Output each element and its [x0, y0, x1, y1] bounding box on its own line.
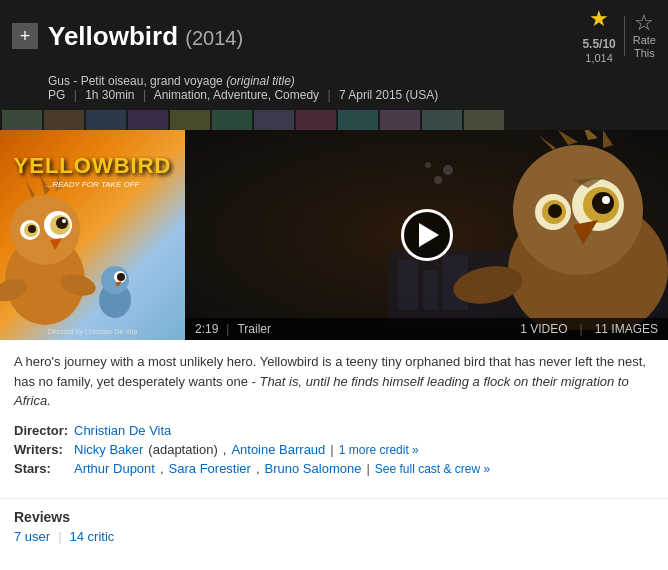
user-reviews-link[interactable]: 7 user	[14, 529, 50, 544]
svg-marker-27	[583, 130, 598, 140]
cast-thumb-5[interactable]	[170, 110, 210, 130]
rating-count: 1,014	[585, 52, 613, 64]
svg-marker-26	[558, 130, 578, 145]
svg-rect-21	[398, 260, 418, 310]
poster-director: Directed by Christian De Vita	[0, 328, 185, 335]
cast-thumb-12[interactable]	[464, 110, 504, 130]
reviews-title: Reviews	[14, 509, 654, 525]
writer1-role: (adaptation)	[148, 442, 217, 457]
play-icon	[419, 223, 439, 247]
cast-thumb-2[interactable]	[44, 110, 84, 130]
divider	[624, 16, 625, 56]
writers-label: Writers:	[14, 442, 69, 457]
credits-section: Director: Christian De Vita Writers: Nic…	[14, 423, 654, 476]
video-bar-left: 2:19 | Trailer	[195, 322, 271, 336]
director-row: Director: Christian De Vita	[14, 423, 654, 438]
rate-this-button[interactable]: ☆ RateThis	[633, 12, 656, 60]
cast-thumb-10[interactable]	[380, 110, 420, 130]
svg-point-41	[434, 176, 442, 184]
movie-header: + Yellowbird (2014) ★ 5.5/10 1,014 ☆ Rat…	[0, 0, 668, 72]
original-title-suffix: (original title)	[226, 74, 295, 88]
svg-rect-22	[423, 270, 438, 310]
sep3: |	[327, 88, 330, 102]
stars-sep: |	[366, 461, 369, 476]
bar-separator: |	[580, 322, 583, 336]
video-count[interactable]: 1 VIDEO	[520, 322, 567, 336]
cast-thumb-3[interactable]	[86, 110, 126, 130]
rate-star-icon: ☆	[634, 12, 654, 34]
director-link[interactable]: Christian De Vita	[74, 423, 171, 438]
director-label: Director:	[14, 423, 69, 438]
star1-link[interactable]: Arthur Dupont	[74, 461, 155, 476]
video-duration: 2:19	[195, 322, 218, 336]
svg-point-4	[56, 217, 68, 229]
star-icon: ★	[589, 8, 609, 30]
sep2: |	[143, 88, 146, 102]
star2-link[interactable]: Sara Forestier	[169, 461, 251, 476]
video-player[interactable]: 2:19 | Trailer 1 VIDEO | 11 IMAGES	[185, 130, 668, 340]
cred-sep: |	[330, 442, 333, 457]
movie-year: (2014)	[185, 27, 243, 49]
title-block: Yellowbird (2014)	[48, 22, 572, 51]
main-content: A hero's journey with a most unlikely he…	[0, 340, 668, 499]
svg-marker-28	[538, 135, 556, 150]
svg-point-18	[117, 273, 125, 281]
cast-thumb-6[interactable]	[212, 110, 252, 130]
critic-reviews-link[interactable]: 14 critic	[70, 529, 115, 544]
rating-block: ★ 5.5/10 1,014 ☆ RateThis	[582, 8, 656, 64]
duration: 1h 30min	[85, 88, 134, 102]
cast-strip-inner	[0, 110, 506, 130]
synopsis: A hero's journey with a most unlikely he…	[14, 352, 654, 411]
poster-background: YELLOWBIRD ...READY FOR TAKE OFF Directe…	[0, 130, 185, 340]
video-play-button[interactable]	[401, 209, 453, 261]
cast-strip	[0, 110, 668, 130]
small-bird-svg	[90, 255, 140, 325]
cast-thumb-9[interactable]	[338, 110, 378, 130]
video-info-bar: 2:19 | Trailer 1 VIDEO | 11 IMAGES	[185, 318, 668, 340]
cast-thumb-4[interactable]	[128, 110, 168, 130]
video-type: Trailer	[237, 322, 271, 336]
video-background	[185, 130, 668, 340]
reviews-separator: |	[58, 529, 61, 544]
subtitle-row: Gus - Petit oiseau, grand voyage (origin…	[0, 72, 668, 110]
rating-value: 5.5	[582, 37, 599, 51]
rating-scale: /10	[599, 37, 616, 51]
add-to-list-button[interactable]: +	[12, 23, 38, 49]
movie-poster[interactable]: YELLOWBIRD ...READY FOR TAKE OFF Directe…	[0, 130, 185, 340]
title-text: Yellowbird	[48, 21, 178, 51]
cast-thumb-11[interactable]	[422, 110, 462, 130]
svg-point-40	[443, 165, 453, 175]
cast-thumb-7[interactable]	[254, 110, 294, 130]
writer2-link[interactable]: Antoine Barraud	[231, 442, 325, 457]
rating-number: 5.5/10	[582, 31, 615, 51]
sep1: |	[74, 88, 77, 102]
genres: Animation, Adventure, Comedy	[154, 88, 319, 102]
rating-cert: PG	[48, 88, 65, 102]
see-full-cast-link[interactable]: See full cast & crew »	[375, 462, 490, 476]
more-credits-link[interactable]: 1 more credit »	[339, 443, 419, 457]
svg-point-38	[548, 204, 562, 218]
star3-link[interactable]: Bruno Salomone	[265, 461, 362, 476]
stars-row: Stars: Arthur Dupont, Sara Forestier, Br…	[14, 461, 654, 476]
reviews-links: 7 user | 14 critic	[14, 529, 654, 544]
writer1-link[interactable]: Nicky Baker	[74, 442, 143, 457]
svg-point-5	[62, 219, 66, 223]
star-rating: ★ 5.5/10 1,014	[582, 8, 615, 64]
release-date: 7 April 2015 (USA)	[339, 88, 438, 102]
rate-this-label: RateThis	[633, 34, 656, 60]
svg-point-42	[425, 162, 431, 168]
poster-title: YELLOWBIRD	[5, 155, 180, 177]
stars-label: Stars:	[14, 461, 69, 476]
media-section: YELLOWBIRD ...READY FOR TAKE OFF Directe…	[0, 130, 668, 340]
image-count[interactable]: 11 IMAGES	[595, 322, 658, 336]
cast-thumb-8[interactable]	[296, 110, 336, 130]
cast-thumb-1[interactable]	[2, 110, 42, 130]
svg-marker-29	[603, 130, 613, 148]
svg-point-33	[602, 196, 610, 204]
video-bar-right: 1 VIDEO | 11 IMAGES	[520, 322, 658, 336]
poster-subtitle: ...READY FOR TAKE OFF	[5, 180, 180, 189]
video-separator: |	[226, 322, 229, 336]
original-title: Gus - Petit oiseau, grand voyage	[48, 74, 223, 88]
movie-title: Yellowbird (2014)	[48, 21, 243, 51]
reviews-section: Reviews 7 user | 14 critic	[0, 499, 668, 558]
